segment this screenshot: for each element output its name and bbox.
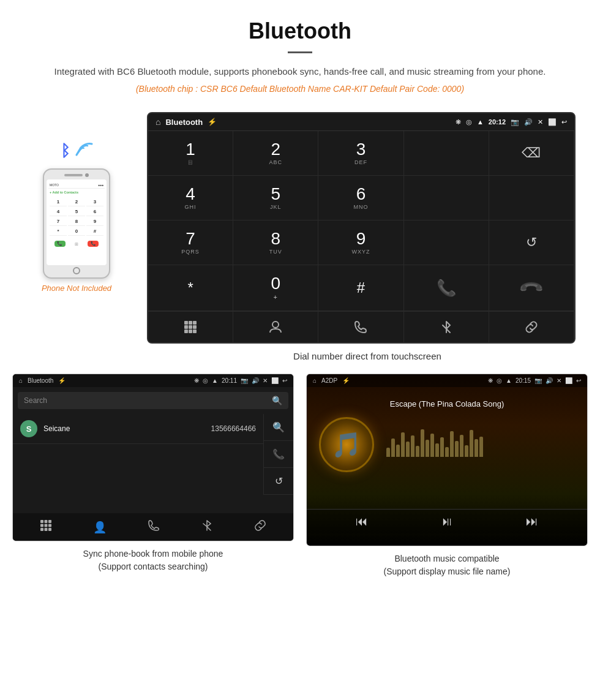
music-note-icon: 🎵 <box>331 431 362 459</box>
music-title: A2DP <box>321 377 337 384</box>
vis-bar-16 <box>460 435 463 457</box>
vis-bar-10 <box>430 434 434 457</box>
vis-bar-11 <box>435 443 439 457</box>
key-8[interactable]: 8 TUV <box>233 220 318 265</box>
pb-x-icon: ✕ <box>263 377 268 384</box>
svg-text:ᛒ: ᛒ <box>61 141 70 160</box>
key-9[interactable]: 9 WXYZ <box>318 220 403 265</box>
music-caption: Bluetooth music compatible (Support disp… <box>384 552 511 578</box>
key-3[interactable]: 3 DEF <box>318 131 403 176</box>
key-0[interactable]: 0 + <box>233 265 318 311</box>
music-play-pause-btn[interactable]: ⏯ <box>441 514 453 529</box>
svg-rect-5 <box>189 325 192 329</box>
music-time: 20:15 <box>516 377 531 384</box>
music-screenshot-item: ⌂ A2DP ⚡ ❋ ◎ ▲ 20:15 📷 🔊 ✕ ⬜ ↩ <box>306 374 588 578</box>
vis-bar-9 <box>426 440 429 457</box>
page-specs: (Bluetooth chip : CSR BC6 Default Blueto… <box>37 84 563 94</box>
key-call-green[interactable]: 📞 <box>404 265 489 311</box>
vis-bar-7 <box>416 446 419 457</box>
location-icon: ◎ <box>466 118 472 126</box>
phone-call-button[interactable]: 📞 <box>54 241 66 247</box>
svg-point-10 <box>272 322 279 328</box>
music-screen: ⌂ A2DP ⚡ ❋ ◎ ▲ 20:15 📷 🔊 ✕ ⬜ ↩ <box>307 374 587 546</box>
music-center-row: 🎵 <box>319 417 575 472</box>
title-divider <box>288 51 312 53</box>
pb-layout-icon: ⬜ <box>271 377 279 384</box>
key-star[interactable]: * <box>148 265 233 311</box>
dial-screen-title: Bluetooth <box>165 118 203 127</box>
key-refresh[interactable]: ↺ <box>489 220 574 265</box>
svg-rect-9 <box>193 329 197 333</box>
pb-bottom-link-icon[interactable] <box>254 519 266 535</box>
key-hash[interactable]: # <box>318 265 403 311</box>
vis-bar-8 <box>421 429 424 457</box>
svg-rect-16 <box>48 524 51 527</box>
pb-contact-list: S Seicane 13566664466 <box>13 414 263 495</box>
pb-main-content: S Seicane 13566664466 🔍 📞 ↺ <box>13 414 293 495</box>
pb-bottom-contacts-icon[interactable]: 👤 <box>93 521 107 534</box>
vis-bar-13 <box>445 447 449 457</box>
pb-bottom-bar: 👤 <box>13 513 293 541</box>
phone-screen: MOTO ●●● + Add to Contacts 123 456 789 *… <box>47 179 107 265</box>
music-prev-btn[interactable]: ⏮ <box>356 514 368 529</box>
vis-bar-19 <box>474 439 478 457</box>
pb-contact-row[interactable]: S Seicane 13566664466 <box>13 414 263 444</box>
pb-search-placeholder: Search <box>24 396 47 405</box>
pb-back-icon: ↩ <box>282 377 287 384</box>
close-icon: ✕ <box>538 118 543 126</box>
key-empty-1 <box>404 131 489 176</box>
key-backspace[interactable]: ⌫ <box>489 131 574 176</box>
music-next-btn[interactable]: ⏭ <box>526 514 538 529</box>
key-4[interactable]: 4 GHI <box>148 176 233 220</box>
pb-side-phone-icon[interactable]: 📞 <box>264 441 293 468</box>
music-signal-icon: ▲ <box>506 377 512 384</box>
phone-end-button[interactable]: 📞 <box>88 241 99 247</box>
dialpad-link-icon[interactable] <box>489 312 574 342</box>
music-usb-icon: ⚡ <box>342 377 350 384</box>
pb-side-refresh-icon[interactable]: ↺ <box>264 468 293 495</box>
pb-bottom-bt-icon[interactable] <box>201 519 213 535</box>
key-5[interactable]: 5 JKL <box>233 176 318 220</box>
music-status-right: ❋ ◎ ▲ 20:15 📷 🔊 ✕ ⬜ ↩ <box>488 377 581 384</box>
vis-bar-4 <box>401 432 405 457</box>
pb-side-search-icon[interactable]: 🔍 <box>264 414 293 441</box>
key-2[interactable]: 2 ABC <box>233 131 318 176</box>
pb-bottom-grid-icon[interactable] <box>40 519 52 535</box>
key-7[interactable]: 7 PQRS <box>148 220 233 265</box>
phone-home-circle <box>73 267 80 274</box>
pb-signal-icon: ▲ <box>212 377 218 384</box>
camera-icon: 📷 <box>511 118 519 126</box>
phone-home-button[interactable] <box>47 268 107 274</box>
music-x-icon: ✕ <box>557 377 561 384</box>
back-icon: ↩ <box>561 118 567 126</box>
dialpad-grid-icon[interactable] <box>148 312 233 342</box>
music-camera-icon: 📷 <box>534 377 542 384</box>
dialpad-person-icon[interactable] <box>233 312 318 342</box>
key-call-red[interactable]: 📞 <box>489 265 574 311</box>
bluetooth-status-icon: ❋ <box>456 118 461 126</box>
music-bt-icon: ❋ <box>488 377 493 384</box>
key-empty-3 <box>489 176 574 220</box>
key-1[interactable]: 1 ⌸ <box>148 131 233 176</box>
pb-camera-icon: 📷 <box>241 377 248 384</box>
keypad-grid: 1 ⌸ 2 ABC 3 DEF ⌫ 4 GHI <box>148 130 574 311</box>
pb-search-bar[interactable]: Search 🔍 <box>18 392 288 409</box>
dial-status-right: ❋ ◎ ▲ 20:12 📷 🔊 ✕ ⬜ ↩ <box>456 118 567 126</box>
music-vol-icon: 🔊 <box>546 377 553 384</box>
status-time: 20:12 <box>489 118 506 126</box>
pb-vol-icon: 🔊 <box>252 377 259 384</box>
key-6[interactable]: 6 MNO <box>318 176 403 220</box>
pb-bottom-call-icon[interactable] <box>148 519 160 535</box>
music-layout-icon: ⬜ <box>565 377 572 384</box>
vis-bar-5 <box>406 442 410 457</box>
dialpad-bluetooth-icon[interactable] <box>404 312 489 342</box>
pb-side-icons: 🔍 📞 ↺ <box>263 414 293 495</box>
wifi-icon: ᛒ <box>58 130 95 161</box>
phone-keypad: 123 456 789 *0# <box>48 197 105 237</box>
usb-icon: ⚡ <box>208 118 217 126</box>
dialpad-phone-icon[interactable] <box>318 312 403 342</box>
phone-camera <box>85 173 89 177</box>
music-song-title: Escape (The Pina Colada Song) <box>390 399 504 408</box>
home-icon: ⌂ <box>156 117 160 127</box>
page-title: Bluetooth <box>37 18 563 44</box>
